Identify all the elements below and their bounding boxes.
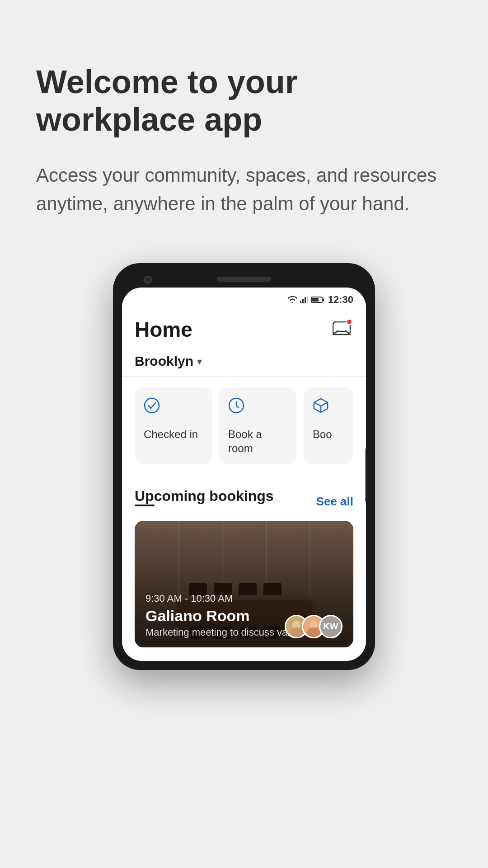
signal-icon xyxy=(300,296,308,303)
section-title-group: Upcoming bookings xyxy=(135,488,274,515)
action-label-checked-in: Checked in xyxy=(144,427,203,441)
page-wrapper: Welcome to your workplace app Access you… xyxy=(0,0,488,868)
battery-icon xyxy=(311,297,323,303)
action-card-book-other[interactable]: Boo xyxy=(304,387,353,464)
notification-button[interactable] xyxy=(330,318,353,341)
quick-actions-section: Checked in Book a room xyxy=(122,377,366,475)
section-header: Upcoming bookings See all xyxy=(135,475,353,521)
upcoming-section: Upcoming bookings See all xyxy=(122,475,366,647)
action-label-book-room: Book a room xyxy=(228,427,287,455)
notification-badge xyxy=(346,319,352,325)
action-card-book-room[interactable]: Book a room xyxy=(219,387,296,464)
box-icon xyxy=(313,397,329,414)
hero-subtitle: Access your community, spaces, and resou… xyxy=(36,161,452,218)
phone-mockup-container: 12:30 Home xyxy=(0,263,488,670)
action-label-book-other: Boo xyxy=(313,427,344,441)
see-all-link[interactable]: See all xyxy=(316,495,353,509)
section-title: Upcoming bookings xyxy=(135,488,274,504)
svg-rect-3 xyxy=(307,296,308,303)
action-card-checked-in[interactable]: Checked in xyxy=(135,387,212,464)
location-bar: Brooklyn ▾ xyxy=(122,349,366,377)
status-time: 12:30 xyxy=(328,294,353,306)
attendees-group: KW xyxy=(285,615,343,638)
bottom-spacer xyxy=(122,647,366,661)
svg-rect-2 xyxy=(305,297,306,303)
status-bar: 12:30 xyxy=(122,288,366,308)
scroll-indicator xyxy=(365,448,366,502)
section-underline xyxy=(135,505,155,506)
svg-point-12 xyxy=(307,627,320,637)
phone-notch xyxy=(122,272,366,288)
hero-title: Welcome to your workplace app xyxy=(36,63,452,138)
avatar-kw-initials: KW xyxy=(323,621,338,632)
phone-screen: 12:30 Home xyxy=(122,288,366,661)
check-circle-icon xyxy=(144,397,160,414)
booking-time: 9:30 AM - 10:30 AM xyxy=(145,593,343,604)
app-title: Home xyxy=(135,317,192,342)
location-name: Brooklyn xyxy=(135,354,193,369)
phone-frame: 12:30 Home xyxy=(113,263,375,670)
chevron-down-icon: ▾ xyxy=(197,356,202,368)
hero-section: Welcome to your workplace app Access you… xyxy=(0,36,488,236)
svg-rect-0 xyxy=(300,301,301,303)
svg-rect-1 xyxy=(302,299,304,303)
location-selector[interactable]: Brooklyn ▾ xyxy=(135,354,353,369)
status-icons xyxy=(287,296,323,303)
svg-point-9 xyxy=(290,627,303,637)
avatar-kw: KW xyxy=(319,615,343,638)
app-header: Home xyxy=(122,308,366,349)
phone-speaker xyxy=(217,277,271,282)
booking-card[interactable]: 9:30 AM - 10:30 AM Galiano Room Marketin… xyxy=(135,521,353,647)
phone-camera xyxy=(144,276,152,284)
wifi-icon xyxy=(287,296,297,303)
battery-fill xyxy=(312,298,319,302)
clock-icon xyxy=(228,397,244,414)
svg-point-5 xyxy=(145,398,159,413)
